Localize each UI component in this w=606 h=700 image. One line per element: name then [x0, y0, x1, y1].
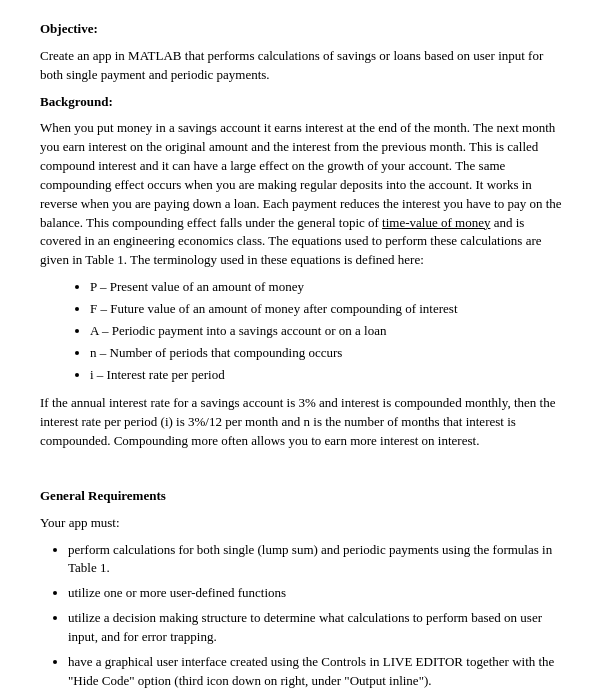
- term-p: P – Present value of an amount of money: [90, 278, 566, 297]
- term-a: A – Periodic payment into a savings acco…: [90, 322, 566, 341]
- time-value-link: time-value of money: [382, 215, 490, 230]
- background-para1-text: When you put money in a savings account …: [40, 120, 562, 229]
- list-item: have a graphical user interface created …: [68, 653, 566, 691]
- objective-section: Objective: Create an app in MATLAB that …: [40, 20, 566, 85]
- term-f: F – Future value of an amount of money a…: [90, 300, 566, 319]
- list-item: utilize a decision making structure to d…: [68, 609, 566, 647]
- background-para2: If the annual interest rate for a saving…: [40, 394, 566, 451]
- background-label: Background:: [40, 94, 113, 109]
- term-i: i – Interest rate per period: [90, 366, 566, 385]
- list-item: perform calculations for both single (lu…: [68, 541, 566, 579]
- list-item: utilize one or more user-defined functio…: [68, 584, 566, 603]
- general-requirements-section: General Requirements Your app must: perf…: [40, 487, 566, 691]
- general-requirements-label: General Requirements: [40, 488, 166, 503]
- general-requirements-intro: Your app must:: [40, 514, 566, 533]
- background-section: Background: When you put money in a savi…: [40, 93, 566, 451]
- objective-label: Objective:: [40, 21, 98, 36]
- term-n: n – Number of periods that compounding o…: [90, 344, 566, 363]
- terms-list: P – Present value of an amount of money …: [90, 278, 566, 384]
- general-requirements-list: perform calculations for both single (lu…: [68, 541, 566, 691]
- background-para1: When you put money in a savings account …: [40, 119, 566, 270]
- objective-body: Create an app in MATLAB that performs ca…: [40, 47, 566, 85]
